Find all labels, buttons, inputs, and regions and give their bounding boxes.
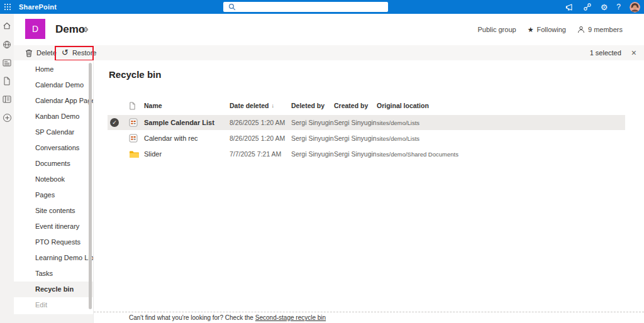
calendar-list-icon — [129, 131, 138, 146]
sidebar-item-home[interactable]: Home — [14, 62, 93, 77]
sidebar-item-sp-calendar[interactable]: SP Calendar — [14, 124, 93, 140]
speaker-icon — [82, 26, 89, 33]
row-date-deleted: 7/7/2025 7:21 AM — [230, 146, 281, 162]
column-header-date-deleted[interactable]: Date deleted ↓ — [230, 99, 274, 112]
privacy-label: Public group — [477, 26, 516, 33]
row-name[interactable]: Calendar with rec — [144, 131, 198, 146]
row-date-deleted: 8/26/2025 1:20 AM — [230, 115, 285, 130]
site-navigation: Home Calendar Demo Calendar App Page Kan… — [14, 60, 93, 314]
sidebar-item-calendar-demo[interactable]: Calendar Demo — [14, 77, 93, 93]
sidebar-item-notebook[interactable]: Notebook — [14, 172, 93, 187]
news-icon[interactable] — [3, 59, 11, 67]
sidebar-bottom-filler — [14, 314, 93, 323]
folder-icon — [129, 146, 139, 162]
site-header: D Demo Public group ★ Following 9 member… — [14, 14, 644, 45]
delete-button[interactable]: Delete — [25, 45, 57, 60]
row-original-location: sites/demo/Lists — [377, 131, 419, 146]
selected-count: 1 selected — [590, 49, 621, 57]
integrations-icon[interactable] — [583, 3, 592, 11]
footer-text: Can't find what you're looking for? Chec… — [129, 314, 253, 321]
restore-button[interactable]: ↺ Restore — [62, 45, 96, 60]
sidebar-item-pages[interactable]: Pages — [14, 187, 93, 203]
calendar-list-icon — [129, 115, 138, 130]
row-created-by: Sergi Sinyugin — [334, 146, 377, 162]
restore-label: Restore — [72, 49, 97, 57]
settings-gear-icon[interactable]: ⚙ — [601, 3, 608, 11]
search-input[interactable] — [223, 2, 388, 12]
home-icon[interactable] — [3, 21, 11, 30]
date-deleted-label: Date deleted — [230, 102, 269, 109]
sidebar-scrollbar[interactable] — [89, 63, 92, 309]
sidebar-item-tasks[interactable]: Tasks — [14, 266, 93, 282]
page-title: Recycle bin — [109, 69, 161, 80]
sidebar-item-learning-demo-library[interactable]: Learning Demo Library — [14, 250, 93, 266]
row-deleted-by: Sergi Sinyugin — [291, 115, 334, 130]
following-button[interactable]: ★ Following — [528, 26, 566, 33]
main-content: Recycle bin Name Date deleted ↓ Deleted … — [93, 60, 644, 323]
restore-undo-icon: ↺ — [62, 48, 69, 57]
following-label: Following — [537, 26, 566, 33]
file-type-column-icon[interactable] — [129, 99, 136, 112]
sidebar-item-pto-requests[interactable]: PTO Requests — [14, 234, 93, 250]
create-plus-icon[interactable] — [3, 113, 12, 123]
globe-icon[interactable] — [3, 40, 11, 49]
sidebar-item-calendar-app-page[interactable]: Calendar App Page — [14, 93, 93, 109]
suite-bar: SharePoint ⚙ ? — [0, 0, 644, 14]
members-button[interactable]: 9 members — [577, 26, 623, 33]
recycle-bin-footer: Can't find what you're looking for? Chec… — [94, 312, 644, 323]
site-logo[interactable]: D — [25, 19, 45, 39]
table-row[interactable]: Slider 7/7/2025 7:21 AM Sergi Sinyugin S… — [108, 146, 625, 162]
column-header-created-by[interactable]: Created by — [334, 99, 368, 112]
row-name[interactable]: Slider — [144, 146, 162, 162]
clear-selection-icon[interactable]: × — [631, 48, 636, 57]
sidebar-item-edit[interactable]: Edit — [14, 297, 93, 313]
suite-bar-actions: ⚙ ? — [565, 0, 640, 14]
sidebar-item-documents[interactable]: Documents — [14, 156, 93, 172]
search-icon — [228, 3, 236, 11]
document-icon[interactable] — [3, 77, 11, 85]
selection-status: 1 selected × — [590, 45, 636, 60]
row-name[interactable]: Sample Calendar List — [144, 115, 214, 130]
trash-icon — [25, 49, 33, 57]
row-date-deleted: 8/26/2025 1:20 AM — [230, 131, 285, 146]
person-icon — [577, 26, 585, 33]
row-original-location: sites/demo/Lists — [377, 115, 419, 130]
row-created-by: Sergi Sinyugin — [334, 115, 377, 130]
app-launcher-icon[interactable] — [0, 0, 15, 14]
table-row[interactable]: Calendar with rec 8/26/2025 1:20 AM Serg… — [108, 131, 625, 146]
row-original-location: sites/demo/Shared Documents — [377, 146, 458, 162]
sidebar-item-event-itinerary[interactable]: Event itinerary — [14, 219, 93, 234]
delete-label: Delete — [36, 49, 57, 57]
row-deleted-by: Sergi Sinyugin — [291, 146, 334, 162]
command-bar: Delete ↺ Restore 1 selected × — [14, 45, 644, 60]
help-icon[interactable]: ? — [616, 3, 621, 11]
row-selected-check-icon[interactable]: ✓ — [110, 118, 119, 127]
column-header-original-location[interactable]: Original location — [377, 99, 429, 112]
app-rail — [0, 14, 14, 323]
second-stage-recycle-bin-link[interactable]: Second-stage recycle bin — [255, 314, 326, 321]
members-label: 9 members — [588, 26, 623, 33]
star-icon: ★ — [528, 26, 534, 33]
sort-descending-icon: ↓ — [271, 102, 274, 109]
product-name[interactable]: SharePoint — [19, 3, 57, 11]
library-icon[interactable] — [3, 96, 11, 103]
table-row[interactable]: ✓ Sample Calendar List 8/26/2025 1:20 AM… — [108, 115, 625, 130]
site-header-meta: Public group ★ Following 9 members — [477, 14, 623, 45]
sidebar-item-recycle-bin[interactable]: Recycle bin — [14, 282, 93, 297]
row-created-by: Sergi Sinyugin — [334, 131, 377, 146]
column-header-deleted-by[interactable]: Deleted by — [291, 99, 325, 112]
row-deleted-by: Sergi Sinyugin — [291, 131, 334, 146]
sidebar-item-site-contents[interactable]: Site contents — [14, 203, 93, 219]
account-avatar[interactable] — [630, 2, 640, 13]
column-header-name[interactable]: Name — [144, 99, 162, 112]
announcement-icon[interactable] — [565, 3, 574, 11]
site-title[interactable]: Demo — [55, 14, 85, 45]
sidebar-item-kanban-demo[interactable]: Kanban Demo — [14, 109, 93, 124]
table-header: Name Date deleted ↓ Deleted by Created b… — [108, 99, 625, 112]
nav-list: Home Calendar Demo Calendar App Page Kan… — [14, 60, 93, 313]
sidebar-item-conversations[interactable]: Conversations — [14, 140, 93, 156]
